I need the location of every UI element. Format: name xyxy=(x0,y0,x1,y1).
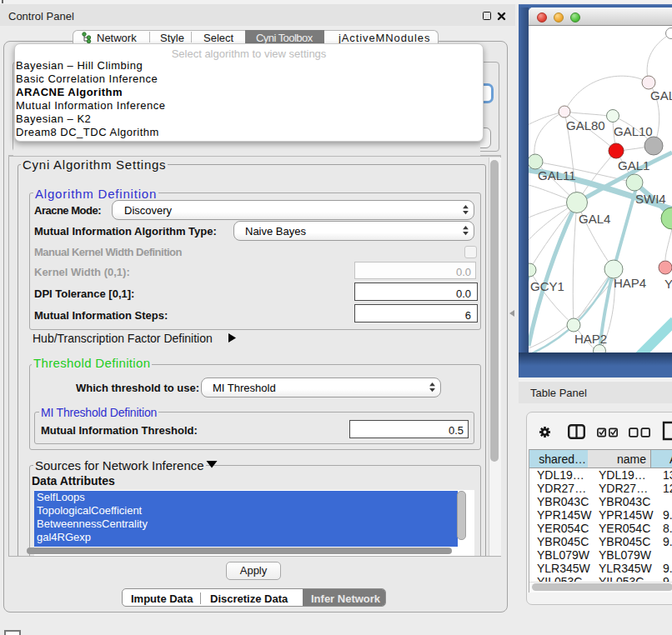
svg-text:GAL80: GAL80 xyxy=(566,118,605,132)
svg-text:GAL10: GAL10 xyxy=(614,124,653,138)
svg-text:GCY1: GCY1 xyxy=(530,279,564,293)
svg-text:YM: YM xyxy=(664,277,672,291)
svg-text:HAP4: HAP4 xyxy=(614,276,646,290)
svg-text:GAL4: GAL4 xyxy=(579,212,610,226)
svg-text:HAP2: HAP2 xyxy=(574,332,607,346)
svg-text:SWI4: SWI4 xyxy=(635,192,666,206)
svg-text:GAL1: GAL1 xyxy=(618,158,649,172)
svg-text:GAL11: GAL11 xyxy=(538,168,576,182)
svg-text:GAL2: GAL2 xyxy=(650,88,672,102)
